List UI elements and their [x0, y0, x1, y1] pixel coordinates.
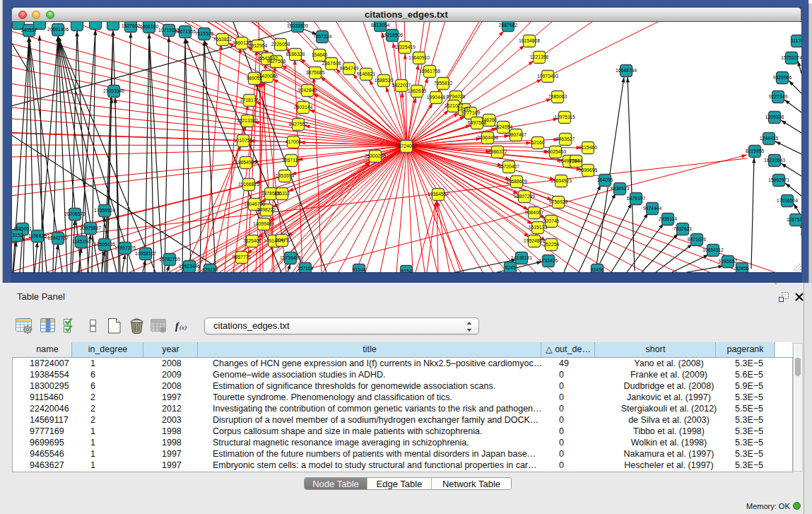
svg-text:3824554: 3824554	[494, 124, 513, 129]
svg-text:10671355: 10671355	[175, 29, 196, 34]
svg-text:10807487: 10807487	[505, 132, 526, 137]
svg-text:1244415: 1244415	[760, 136, 779, 141]
svg-text:21053346: 21053346	[103, 88, 124, 93]
svg-text:2226058: 2226058	[271, 42, 290, 47]
svg-text:8427552: 8427552	[289, 122, 308, 127]
svg-text:8471676: 8471676	[688, 237, 707, 242]
svg-text:75494: 75494	[570, 158, 583, 163]
svg-text:15720407: 15720407	[498, 164, 519, 169]
svg-text:19654923: 19654923	[551, 178, 572, 183]
svg-text:19166825: 19166825	[238, 182, 259, 187]
svg-text:12975115: 12975115	[554, 115, 575, 119]
svg-text:1353594: 1353594	[276, 173, 295, 178]
svg-text:3875685: 3875685	[306, 70, 325, 75]
svg-text:9756928: 9756928	[549, 199, 568, 204]
svg-text:8938923: 8938923	[611, 186, 630, 191]
svg-text:6794028: 6794028	[447, 94, 466, 99]
svg-text:13640910: 13640910	[408, 55, 430, 60]
svg-text:1167535: 1167535	[787, 217, 801, 222]
svg-text:10975887: 10975887	[80, 226, 101, 230]
svg-text:164095: 164095	[597, 177, 613, 182]
svg-text:3267110: 3267110	[282, 158, 300, 163]
svg-text:16033809: 16033809	[287, 23, 308, 28]
svg-text:2887682: 2887682	[499, 23, 518, 28]
svg-text:11170: 11170	[791, 38, 801, 43]
svg-text:1990448: 1990448	[427, 95, 446, 100]
svg-text:10046708: 10046708	[244, 201, 265, 206]
svg-text:16154808: 16154808	[519, 38, 540, 43]
svg-text:15751074: 15751074	[781, 55, 801, 60]
svg-text:6879197: 6879197	[627, 196, 646, 201]
svg-text:14099489: 14099489	[253, 221, 274, 226]
svg-text:9242848: 9242848	[298, 88, 317, 93]
svg-text:7955812: 7955812	[434, 81, 453, 86]
svg-text:12213382: 12213382	[237, 118, 258, 123]
svg-text:17016504: 17016504	[777, 198, 798, 203]
svg-text:2367608: 2367608	[322, 61, 341, 66]
svg-text:1733426: 1733426	[539, 258, 558, 263]
svg-text:10973493: 10973493	[537, 74, 558, 78]
svg-text:9227349: 9227349	[769, 94, 788, 99]
svg-text:2803144: 2803144	[294, 105, 313, 110]
svg-text:11325419: 11325419	[394, 45, 416, 49]
svg-text:19654985: 19654985	[235, 160, 257, 165]
svg-text:6466160: 6466160	[140, 24, 159, 29]
svg-text:9245: 9245	[505, 265, 515, 270]
svg-text:7625402: 7625402	[243, 238, 262, 243]
svg-text:7663822: 7663822	[213, 37, 233, 42]
svg-text:8912954: 8912954	[249, 43, 268, 48]
svg-text:7485063: 7485063	[548, 94, 567, 99]
svg-text:20364436: 20364436	[477, 135, 498, 140]
svg-text:920746: 920746	[543, 218, 560, 223]
svg-text:9115460: 9115460	[579, 145, 597, 150]
svg-text:9777169: 9777169	[461, 110, 481, 115]
svg-text:33153: 33153	[12, 233, 23, 238]
svg-text:16782759: 16782759	[159, 257, 180, 262]
svg-text:135312: 135312	[274, 191, 290, 196]
svg-text:(x): (x)	[180, 324, 187, 331]
svg-text:62160: 62160	[531, 140, 545, 145]
svg-text:18807249: 18807249	[514, 194, 535, 199]
svg-text:16961758: 16961758	[419, 69, 440, 74]
svg-text:15692971: 15692971	[768, 177, 789, 182]
svg-text:92456: 92456	[736, 266, 749, 271]
svg-text:8454749: 8454749	[340, 66, 359, 71]
svg-text:10654112: 10654112	[702, 247, 724, 252]
svg-text:10958107: 10958107	[135, 251, 156, 256]
svg-text:2718176: 2718176	[240, 98, 259, 103]
svg-text:1135051: 1135051	[13, 226, 32, 231]
svg-text:1615133: 1615133	[529, 225, 548, 230]
svg-text:1362615: 1362615	[408, 88, 427, 93]
svg-text:1209338: 1209338	[765, 115, 784, 119]
svg-text:15716485: 15716485	[280, 255, 301, 260]
svg-text:16648784: 16648784	[616, 68, 637, 73]
svg-text:9327508: 9327508	[267, 59, 286, 64]
svg-text:12923446: 12923446	[179, 264, 200, 269]
svg-text:6497568: 6497568	[468, 120, 487, 125]
svg-text:91544: 91544	[353, 267, 366, 272]
svg-text:9329966: 9329966	[773, 75, 792, 80]
svg-text:20691406: 20691406	[47, 27, 69, 32]
svg-text:240557: 240557	[21, 28, 37, 33]
svg-text:92456: 92456	[591, 267, 604, 272]
svg-text:13505135: 13505135	[94, 242, 115, 247]
svg-text:9146821: 9146821	[357, 71, 376, 76]
svg-text:154646: 154646	[312, 52, 328, 57]
svg-text:8813054: 8813054	[371, 23, 390, 28]
svg-text:22420046: 22420046	[257, 74, 278, 78]
svg-text:1156829: 1156829	[28, 233, 47, 238]
svg-text:2935114: 2935114	[659, 216, 677, 221]
svg-text:5498222: 5498222	[257, 207, 276, 212]
svg-text:9857771: 9857771	[233, 255, 252, 259]
svg-text:1588520: 1588520	[375, 78, 394, 83]
svg-text:1010755: 1010755	[234, 138, 253, 143]
svg-text:1221398: 1221398	[530, 54, 549, 59]
svg-text:10025453: 10025453	[545, 149, 566, 154]
svg-text:9474444: 9474444	[643, 206, 662, 211]
svg-text:157164: 157164	[298, 266, 314, 271]
svg-text:417006: 417006	[286, 139, 302, 144]
svg-text:17359924: 17359924	[94, 208, 115, 213]
svg-text:19218506: 19218506	[382, 33, 403, 37]
svg-text:18724007: 18724007	[396, 144, 417, 148]
svg-text:252254: 252254	[543, 242, 560, 247]
